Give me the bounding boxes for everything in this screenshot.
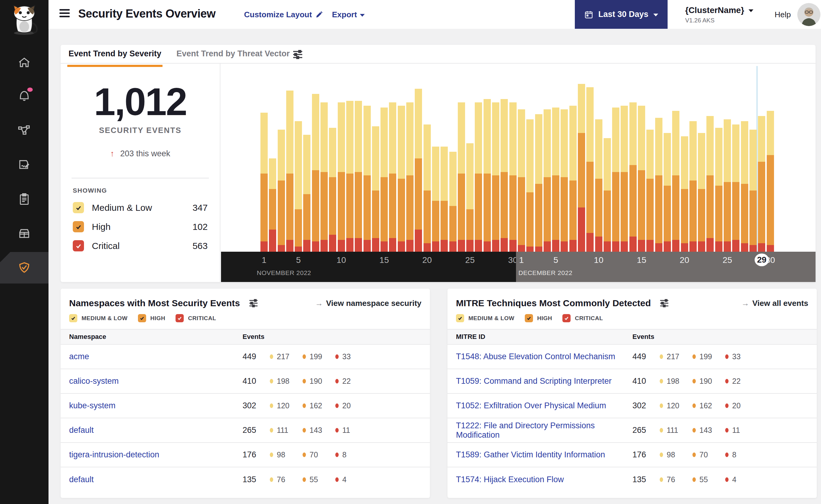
stacked-bar-day-13[interactable] [364, 106, 371, 252]
stacked-bar-day-29[interactable] [500, 99, 508, 252]
mitre-technique-link[interactable]: T1574: Hijack Execution Flow [447, 475, 633, 484]
chip-medium-low[interactable]: MEDIUM & LOW [456, 314, 514, 322]
date-range-button[interactable]: Last 30 Days [575, 0, 668, 29]
stacked-bar-day-44[interactable] [630, 102, 637, 252]
chip-high[interactable]: HIGH [525, 314, 552, 322]
chip-medium-low[interactable]: MEDIUM & LOW [69, 314, 128, 322]
stacked-bar-day-34[interactable] [543, 109, 551, 252]
mitre-technique-link[interactable]: T1548: Abuse Elevation Control Mechanism [447, 352, 633, 361]
stacked-bar-day-28[interactable] [492, 102, 499, 252]
stacked-bar-day-42[interactable] [612, 108, 620, 252]
stacked-bar-day-49[interactable] [672, 111, 680, 252]
stacked-bar-day-38[interactable] [578, 84, 585, 252]
stacked-bar-day-22[interactable] [440, 147, 448, 252]
stacked-bar-day-40[interactable] [595, 119, 602, 252]
stacked-bar-day-10[interactable] [338, 102, 345, 252]
stacked-bar-day-39[interactable] [586, 87, 593, 252]
stacked-bar-day-56[interactable] [732, 124, 740, 252]
stacked-bar-day-36[interactable] [560, 109, 568, 252]
tab-event-trend-severity[interactable]: Event Trend by Severity [68, 49, 161, 58]
stacked-bar-day-20[interactable] [424, 124, 431, 252]
cluster-selector[interactable]: {ClusterName} V1.26 AKS [685, 5, 753, 24]
stacked-bar-day-31[interactable] [518, 109, 525, 252]
stacked-bar-day-43[interactable] [621, 106, 628, 252]
export-button[interactable]: Export [332, 10, 365, 19]
mitre-technique-link[interactable]: T1589: Gather Victim Identity Informatio… [447, 450, 633, 459]
stacked-bar-day-25[interactable] [466, 143, 474, 252]
stacked-bar-day-48[interactable] [664, 133, 671, 252]
view-namespace-security-link[interactable]: →View namespace security [315, 299, 421, 308]
stacked-bar-day-7[interactable] [312, 94, 319, 252]
mitre-technique-link[interactable]: T1222: File and Directory Permissions Mo… [447, 421, 633, 440]
stacked-bar-day-15[interactable] [381, 108, 388, 252]
stacked-bar-day-5[interactable] [295, 121, 302, 252]
stacked-bar-day-32[interactable] [526, 119, 533, 252]
chip-high[interactable]: HIGH [138, 314, 165, 322]
checkbox-critical[interactable] [73, 240, 84, 251]
chip-critical[interactable]: CRITICAL [562, 314, 603, 322]
namespace-link[interactable]: default [61, 426, 243, 435]
stacked-bar-day-14[interactable] [372, 126, 379, 252]
stacked-bar-day-30[interactable] [509, 102, 517, 252]
stacked-bar-day-24[interactable] [458, 102, 465, 252]
checkbox-medium-low[interactable] [73, 202, 84, 213]
tab-event-trend-threat-vector[interactable]: Event Trend by Threat Vector [176, 49, 290, 58]
stacked-bar-day-3[interactable] [278, 130, 285, 252]
view-all-events-link[interactable]: →View all events [741, 299, 808, 308]
mitre-technique-link[interactable]: T1052: Exfiltration Over Physical Medium [447, 401, 633, 410]
stacked-bar-day-26[interactable] [475, 102, 482, 252]
stacked-bar-day-8[interactable] [321, 102, 328, 252]
namespace-link[interactable]: default [61, 475, 243, 484]
stacked-bar-day-51[interactable] [690, 121, 697, 252]
namespace-link[interactable]: calico-system [61, 376, 243, 386]
stacked-bar-day-1[interactable] [261, 113, 268, 252]
stacked-bar-day-45[interactable] [638, 106, 645, 252]
checkbox-high[interactable] [73, 221, 84, 232]
stacked-bar-day-35[interactable] [552, 108, 559, 252]
stacked-bar-day-57[interactable] [741, 121, 748, 252]
user-avatar[interactable] [797, 3, 820, 26]
stacked-bar-day-53[interactable] [706, 116, 714, 252]
panel-filter-icon[interactable] [248, 298, 259, 309]
stacked-bar-day-18[interactable] [406, 102, 414, 252]
menu-button[interactable] [59, 9, 70, 18]
stacked-bar-day-46[interactable] [647, 130, 654, 252]
sidebar-item-policies[interactable] [0, 154, 48, 176]
stacked-bar-day-11[interactable] [346, 101, 354, 252]
namespace-link[interactable]: acme [61, 352, 243, 361]
sidebar-item-home[interactable] [0, 52, 48, 74]
stacked-bar-day-54[interactable] [715, 128, 723, 252]
stacked-bar-day-23[interactable] [449, 152, 457, 252]
stacked-bar-day-50[interactable] [681, 136, 688, 252]
panel-filter-icon[interactable] [659, 298, 670, 309]
sidebar-item-alerts[interactable] [0, 85, 48, 107]
stacked-bar-day-6[interactable] [303, 135, 311, 252]
stacked-bar-day-19[interactable] [415, 89, 422, 252]
stacked-bar-day-47[interactable] [655, 118, 663, 252]
stacked-bar-day-17[interactable] [398, 106, 405, 252]
chip-critical[interactable]: CRITICAL [175, 314, 216, 322]
sidebar-item-service-graph[interactable] [0, 120, 48, 142]
stacked-bar-day-37[interactable] [569, 106, 577, 252]
stacked-bar-day-9[interactable] [329, 128, 336, 252]
stacked-bar-day-58[interactable] [750, 130, 757, 252]
stacked-bar-day-60[interactable] [767, 111, 774, 252]
stacked-bar-day-12[interactable] [355, 101, 362, 252]
sidebar-item-threat-defense[interactable] [0, 257, 48, 279]
time-axis[interactable]: NOVEMBER 2022 151015202530 DECEMBER 2022… [221, 252, 816, 282]
sidebar-item-inventory[interactable] [0, 223, 48, 244]
namespace-link[interactable]: tigera-intrusion-detection [61, 450, 243, 459]
help-link[interactable]: Help [775, 10, 791, 19]
namespace-link[interactable]: kube-system [61, 401, 243, 410]
chart-filter-icon[interactable] [292, 48, 304, 61]
stacked-bar-day-27[interactable] [484, 99, 491, 252]
stacked-bar-day-2[interactable] [269, 158, 276, 252]
sidebar-item-compliance[interactable] [0, 188, 48, 210]
stacked-bar-day-4[interactable] [286, 91, 294, 252]
customize-layout-button[interactable]: Customize Layout [244, 10, 323, 19]
stacked-bar-day-41[interactable] [603, 138, 611, 252]
stacked-bar-day-21[interactable] [432, 147, 439, 252]
stacked-bar-day-55[interactable] [724, 119, 731, 252]
mitre-technique-link[interactable]: T1059: Command and Scripting Interpreter [447, 376, 633, 386]
stacked-bar-day-33[interactable] [535, 114, 542, 252]
